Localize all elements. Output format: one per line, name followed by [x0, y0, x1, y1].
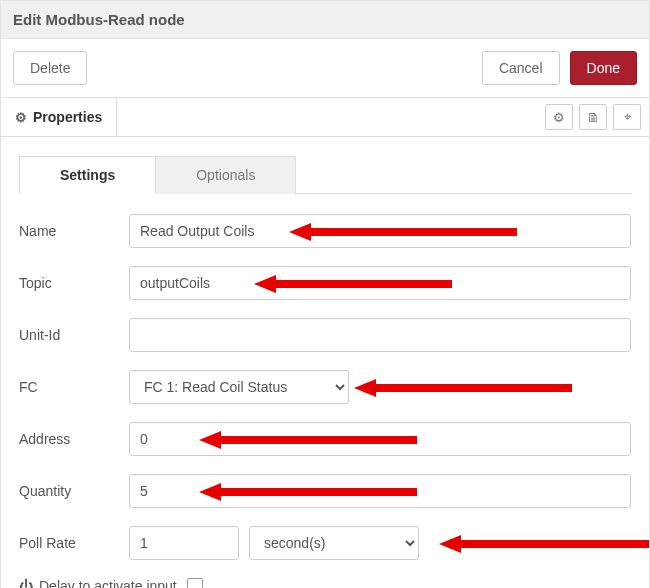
tab-optionals[interactable]: Optionals [155, 156, 296, 194]
label-topic: Topic [19, 275, 129, 291]
row-fc: FC FC 1: Read Coil Status [19, 370, 631, 404]
node-settings-button[interactable]: ⚙ [545, 104, 573, 130]
row-quantity: Quantity [19, 474, 631, 508]
cancel-button[interactable]: Cancel [482, 51, 560, 85]
unitid-input[interactable] [129, 318, 631, 352]
doc-icon: 🗎 [587, 110, 600, 125]
properties-label: Properties [33, 109, 102, 125]
row-delay: ⏻ Delay to activate input [19, 578, 631, 588]
row-name: Name [19, 214, 631, 248]
pollrate-value-input[interactable] [129, 526, 239, 560]
label-fc: FC [19, 379, 129, 395]
gear-icon: ⚙ [15, 110, 27, 125]
topic-input[interactable] [129, 266, 631, 300]
name-input[interactable] [129, 214, 631, 248]
label-address: Address [19, 431, 129, 447]
tray-buttons: ⚙ 🗎 ⌖ [537, 98, 649, 136]
properties-tab[interactable]: ⚙ Properties [1, 98, 117, 136]
inner-tabs: Settings Optionals [19, 155, 631, 194]
form-body: Settings Optionals Name Topic Unit-Id F [1, 137, 649, 588]
annotation-arrow [439, 532, 649, 556]
svg-marker-2 [354, 379, 572, 397]
label-name: Name [19, 223, 129, 239]
svg-marker-5 [439, 535, 649, 553]
label-quantity: Quantity [19, 483, 129, 499]
pollrate-unit-select[interactable]: second(s) [249, 526, 419, 560]
delete-button[interactable]: Delete [13, 51, 87, 85]
action-row: Delete Cancel Done [1, 39, 649, 98]
fc-select[interactable]: FC 1: Read Coil Status [129, 370, 349, 404]
label-delay: ⏻ Delay to activate input [19, 578, 177, 588]
node-description-button[interactable]: 🗎 [579, 104, 607, 130]
quantity-input[interactable] [129, 474, 631, 508]
panel-title: Edit Modbus-Read node [1, 1, 649, 39]
label-delay-text: Delay to activate input [39, 578, 177, 588]
tab-settings[interactable]: Settings [19, 156, 156, 194]
tray-row: ⚙ Properties ⚙ 🗎 ⌖ [1, 98, 649, 137]
label-unitid: Unit-Id [19, 327, 129, 343]
scope-icon: ⌖ [624, 109, 631, 125]
spacer [117, 98, 537, 136]
row-address: Address [19, 422, 631, 456]
node-appearance-button[interactable]: ⌖ [613, 104, 641, 130]
gear-icon: ⚙ [553, 110, 565, 125]
address-input[interactable] [129, 422, 631, 456]
row-unitid: Unit-Id [19, 318, 631, 352]
edit-node-panel: Edit Modbus-Read node Delete Cancel Done… [0, 0, 650, 588]
label-pollrate: Poll Rate [19, 535, 129, 551]
annotation-arrow [354, 376, 574, 400]
row-pollrate: Poll Rate second(s) [19, 526, 631, 560]
row-topic: Topic [19, 266, 631, 300]
done-button[interactable]: Done [570, 51, 637, 85]
delay-checkbox[interactable] [187, 578, 203, 588]
power-icon: ⏻ [19, 578, 33, 588]
